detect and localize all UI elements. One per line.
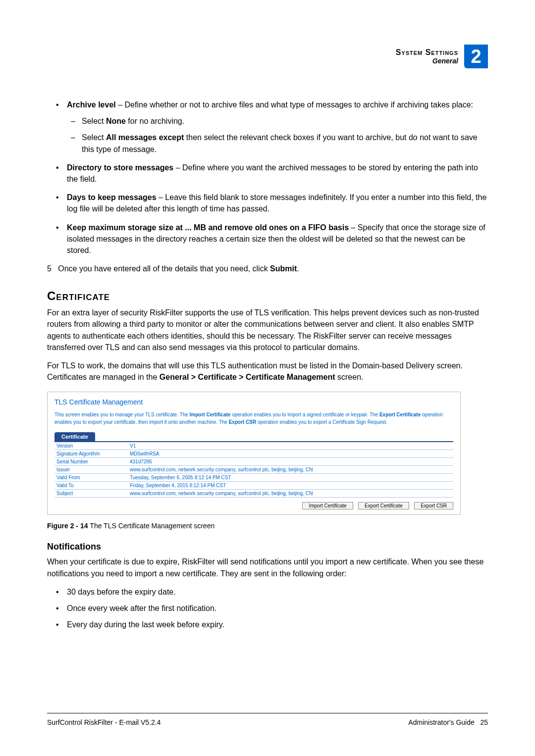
- cell-value: 431d7286: [128, 458, 453, 466]
- table-row: Valid FromTuesday, September 6, 2005 8:1…: [54, 474, 453, 482]
- caption-text: The TLS Certificate Management screen: [90, 522, 214, 530]
- header-title: System Settings: [396, 48, 458, 57]
- list-item: Every day during the last week before ex…: [67, 619, 488, 630]
- certificate-paragraph-1: For an extra layer of security RiskFilte…: [47, 307, 488, 353]
- term-bold: Archive level: [67, 101, 116, 109]
- page-number: 25: [480, 718, 488, 726]
- term-bold: Directory to store messages: [67, 163, 173, 172]
- cell-value: Tuesday, September 6, 2005 8:12:14 PM CS…: [128, 474, 453, 482]
- footer-guide-label: Administrator's Guide: [408, 718, 474, 726]
- footer-rule: [47, 713, 488, 713]
- list-item: Directory to store messages – Define whe…: [67, 162, 488, 185]
- term-bold: All messages except: [106, 133, 184, 142]
- archive-settings-list: Archive level – Define whether or not to…: [47, 99, 488, 256]
- text: .: [297, 264, 299, 273]
- notifications-heading: Notifications: [47, 542, 488, 552]
- main-content: Archive level – Define whether or not to…: [47, 99, 488, 630]
- certificate-heading: Certificate: [47, 289, 488, 303]
- cell-key: Valid To: [54, 482, 128, 490]
- cell-value: www.surfcontrol.com, network security co…: [128, 466, 453, 474]
- footer-left: SurfControl RiskFilter - E-mail V5.2.4: [47, 718, 161, 726]
- table-row: Valid ToFriday, September 4, 2015 8:12:1…: [54, 482, 453, 490]
- export-csr-button[interactable]: Export CSR: [414, 502, 453, 509]
- panel-description: This screen enables you to manage your T…: [54, 411, 453, 426]
- table-row: Subjectwww.surfcontrol.com, network secu…: [54, 490, 453, 498]
- panel-title: TLS Certificate Management: [54, 398, 453, 406]
- text: Select: [82, 117, 106, 125]
- page-footer: SurfControl RiskFilter - E-mail V5.2.4 A…: [47, 713, 488, 726]
- table-row: Serial Number431d7286: [54, 458, 453, 466]
- list-item: Days to keep messages – Leave this field…: [67, 192, 488, 214]
- step-5: 5 Once you have entered all of the detai…: [47, 263, 488, 274]
- figure-caption: Figure 2 - 14 The TLS Certificate Manage…: [47, 522, 488, 530]
- list-item: 30 days before the expiry date.: [67, 586, 488, 598]
- page-header: System Settings General 2: [396, 45, 488, 68]
- list-item: Select None for no archiving.: [82, 115, 488, 127]
- panel-button-row: Import Certificate Export Certificate Ex…: [54, 501, 453, 509]
- cell-key: Version: [54, 442, 128, 450]
- text: screen.: [335, 373, 364, 381]
- text: operation enables you to import a signed…: [230, 412, 379, 417]
- table-row: Signature AlgorithmMD5withRSA: [54, 450, 453, 458]
- cell-value: Friday, September 4, 2015 8:12:14 PM CST: [128, 482, 453, 490]
- cell-key: Subject: [54, 490, 128, 498]
- list-item: Keep maximum storage size at ... MB and …: [67, 222, 488, 256]
- term-bold: Export CSR: [229, 419, 257, 425]
- list-item: Select All messages except then select t…: [82, 132, 488, 154]
- certificate-table: VersionV1 Signature AlgorithmMD5withRSA …: [54, 441, 453, 498]
- table-row: Issuerwww.surfcontrol.com, network secur…: [54, 466, 453, 474]
- step-number: 5: [47, 264, 52, 273]
- header-subtitle: General: [396, 57, 458, 65]
- caption-label: Figure 2 - 14: [47, 522, 90, 530]
- footer-right: Administrator's Guide 25: [408, 718, 488, 726]
- term-bold: Export Certificate: [379, 412, 421, 417]
- cell-key: Valid From: [54, 474, 128, 482]
- chapter-badge: 2: [464, 45, 488, 68]
- text: This screen enables you to manage your T…: [54, 412, 190, 417]
- header-titles: System Settings General: [396, 48, 458, 65]
- text: Once you have entered all of the details…: [58, 264, 270, 273]
- path-bold: General > Certificate > Certificate Mana…: [160, 373, 335, 381]
- notifications-list: 30 days before the expiry date. Once eve…: [47, 586, 488, 631]
- term-bold: Submit: [270, 264, 297, 273]
- text: Select: [82, 133, 106, 142]
- text: operation enables you to export a Certif…: [256, 419, 387, 425]
- sub-list: Select None for no archiving. Select All…: [67, 115, 488, 155]
- export-certificate-button[interactable]: Export Certificate: [358, 502, 409, 509]
- cell-key: Issuer: [54, 466, 128, 474]
- certificate-paragraph-2: For TLS to work, the domains that will u…: [47, 360, 488, 383]
- cell-key: Serial Number: [54, 458, 128, 466]
- text: for no archiving.: [126, 117, 184, 125]
- cell-value: V1: [128, 442, 453, 450]
- tls-cert-management-panel: TLS Certificate Management This screen e…: [47, 392, 461, 515]
- table-row: VersionV1: [54, 442, 453, 450]
- certificate-tab[interactable]: Certificate: [54, 432, 95, 441]
- import-certificate-button[interactable]: Import Certificate: [302, 502, 353, 509]
- document-page: System Settings General 2 Archive level …: [0, 0, 535, 756]
- cell-value: www.surfcontrol.com, network security co…: [128, 490, 453, 498]
- term-bold: Keep maximum storage size at ... MB and …: [67, 223, 349, 232]
- footer-row: SurfControl RiskFilter - E-mail V5.2.4 A…: [47, 718, 488, 726]
- notifications-paragraph: When your certificate is due to expire, …: [47, 556, 488, 579]
- list-item: Archive level – Define whether or not to…: [67, 99, 488, 155]
- term-bold: Import Certificate: [190, 412, 231, 417]
- cell-value: MD5withRSA: [128, 450, 453, 458]
- list-item: Once every week after the first notifica…: [67, 603, 488, 614]
- term-bold: None: [106, 117, 126, 125]
- cell-key: Signature Algorithm: [54, 450, 128, 458]
- term-bold: Days to keep messages: [67, 193, 157, 202]
- term-text: – Define whether or not to archive files…: [116, 101, 473, 109]
